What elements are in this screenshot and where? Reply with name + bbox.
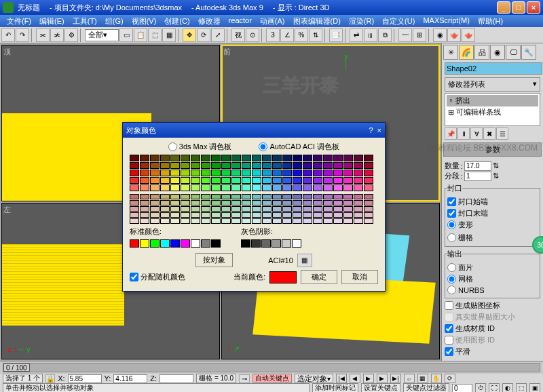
color-swatch[interactable] bbox=[293, 184, 302, 191]
color-swatch[interactable] bbox=[221, 194, 231, 199]
color-swatch[interactable] bbox=[221, 162, 231, 169]
color-swatch[interactable] bbox=[221, 155, 231, 161]
color-swatch[interactable] bbox=[160, 162, 170, 169]
named-sel-button[interactable]: 📑 bbox=[329, 28, 343, 42]
material-button[interactable]: ◉ bbox=[433, 28, 447, 42]
color-grid-saturated[interactable] bbox=[130, 155, 378, 191]
color-swatch[interactable] bbox=[140, 206, 149, 212]
color-swatch[interactable] bbox=[293, 155, 302, 161]
color-swatch[interactable] bbox=[364, 170, 373, 176]
color-swatch[interactable] bbox=[313, 177, 322, 184]
modifier-stack[interactable]: ♀ 挤出 ⊞ 可编辑样条线 bbox=[445, 93, 540, 126]
color-swatch[interactable] bbox=[181, 155, 190, 161]
object-name-input[interactable] bbox=[445, 62, 542, 75]
color-swatch[interactable] bbox=[333, 184, 343, 191]
out-patch-radio[interactable] bbox=[447, 263, 456, 272]
menu-animation[interactable]: 动画(A) bbox=[256, 15, 289, 27]
color-swatch[interactable] bbox=[231, 162, 241, 169]
pan-button[interactable]: ✋ bbox=[431, 374, 442, 383]
color-swatch[interactable] bbox=[221, 170, 231, 176]
color-swatch[interactable] bbox=[343, 218, 353, 224]
color-swatch[interactable] bbox=[231, 206, 241, 212]
menu-group[interactable]: 组(G) bbox=[101, 15, 128, 27]
color-swatch[interactable] bbox=[221, 206, 231, 212]
dialog-titlebar[interactable]: 对象颜色 ? × bbox=[123, 123, 385, 138]
color-swatch[interactable] bbox=[231, 155, 241, 161]
color-swatch[interactable] bbox=[364, 194, 373, 199]
maximize-button[interactable]: □ bbox=[512, 1, 525, 14]
configure-button[interactable]: ☰ bbox=[496, 128, 508, 140]
color-swatch[interactable] bbox=[313, 170, 322, 176]
color-swatch[interactable] bbox=[242, 218, 251, 224]
color-swatch[interactable] bbox=[262, 155, 272, 161]
color-swatch[interactable] bbox=[323, 194, 333, 199]
color-swatch[interactable] bbox=[354, 162, 363, 169]
color-swatch[interactable] bbox=[150, 162, 160, 169]
color-swatch[interactable] bbox=[231, 170, 241, 176]
menu-edit[interactable]: 编辑(E) bbox=[35, 15, 69, 27]
color-swatch[interactable] bbox=[272, 184, 282, 191]
color-swatch[interactable] bbox=[364, 177, 373, 184]
color-swatch[interactable] bbox=[343, 184, 353, 191]
color-swatch[interactable] bbox=[262, 206, 272, 212]
color-swatch[interactable] bbox=[252, 162, 261, 169]
window-crossing-button[interactable]: ▦ bbox=[162, 28, 176, 42]
color-swatch[interactable] bbox=[303, 218, 312, 224]
key-filter-button[interactable]: 关键点过滤器 bbox=[403, 383, 449, 392]
color-swatch[interactable] bbox=[303, 212, 312, 218]
color-swatch[interactable] bbox=[252, 194, 261, 199]
color-swatch[interactable] bbox=[181, 218, 190, 224]
cap-morph-radio[interactable] bbox=[447, 220, 456, 229]
time-slider[interactable]: 0 / 100 bbox=[3, 363, 540, 372]
by-object-button[interactable]: 按对象 bbox=[195, 253, 233, 267]
time-config-button[interactable]: ⏱ bbox=[475, 383, 486, 392]
color-swatch[interactable] bbox=[293, 177, 302, 184]
remove-mod-button[interactable]: ✖ bbox=[483, 128, 495, 140]
color-swatch[interactable] bbox=[150, 177, 160, 184]
color-swatch[interactable] bbox=[201, 194, 210, 199]
color-swatch[interactable] bbox=[181, 194, 190, 199]
color-swatch[interactable] bbox=[323, 206, 333, 212]
color-swatch[interactable] bbox=[242, 155, 251, 161]
color-swatch[interactable] bbox=[313, 155, 322, 161]
color-swatch[interactable] bbox=[323, 177, 333, 184]
cap-start-check[interactable] bbox=[447, 197, 456, 206]
color-swatch[interactable] bbox=[221, 218, 231, 224]
color-swatch[interactable] bbox=[201, 177, 210, 184]
color-swatch[interactable] bbox=[160, 218, 170, 224]
color-swatch[interactable] bbox=[140, 200, 149, 205]
color-swatch[interactable] bbox=[313, 184, 322, 191]
gray-shades-row[interactable] bbox=[241, 239, 301, 248]
color-swatch[interactable] bbox=[323, 212, 333, 218]
color-swatch[interactable] bbox=[201, 218, 210, 224]
modifier-item-extrude[interactable]: ♀ 挤出 bbox=[447, 95, 538, 106]
color-swatch[interactable] bbox=[262, 218, 272, 224]
color-swatch[interactable] bbox=[221, 212, 231, 218]
color-swatch[interactable] bbox=[354, 184, 363, 191]
color-swatch[interactable] bbox=[211, 200, 221, 205]
color-swatch[interactable] bbox=[130, 177, 139, 184]
color-swatch[interactable] bbox=[343, 206, 353, 212]
color-swatch[interactable] bbox=[303, 200, 312, 205]
dialog-help-icon[interactable]: ? bbox=[369, 126, 373, 134]
color-swatch[interactable] bbox=[313, 212, 322, 218]
gray-swatch[interactable] bbox=[251, 239, 261, 248]
ok-button[interactable]: 确定 bbox=[301, 270, 337, 284]
color-swatch[interactable] bbox=[293, 200, 302, 205]
color-swatch[interactable] bbox=[170, 177, 180, 184]
color-swatch[interactable] bbox=[343, 212, 353, 218]
color-swatch[interactable] bbox=[282, 212, 292, 218]
color-swatch[interactable] bbox=[130, 200, 139, 205]
set-key-button[interactable]: 设置关键点 bbox=[361, 383, 400, 392]
color-swatch[interactable] bbox=[303, 184, 312, 191]
basic-swatch[interactable] bbox=[211, 239, 221, 248]
color-swatch[interactable] bbox=[140, 177, 149, 184]
show-result-button[interactable]: Ⅱ bbox=[457, 128, 470, 140]
color-swatch[interactable] bbox=[282, 206, 292, 212]
menu-create[interactable]: 创建(C) bbox=[160, 15, 193, 27]
color-swatch[interactable] bbox=[140, 194, 149, 199]
center-button[interactable]: ⊙ bbox=[246, 28, 259, 42]
curve-editor-button[interactable]: 〰 bbox=[398, 28, 412, 42]
color-swatch[interactable] bbox=[252, 212, 261, 218]
color-swatch[interactable] bbox=[231, 194, 241, 199]
